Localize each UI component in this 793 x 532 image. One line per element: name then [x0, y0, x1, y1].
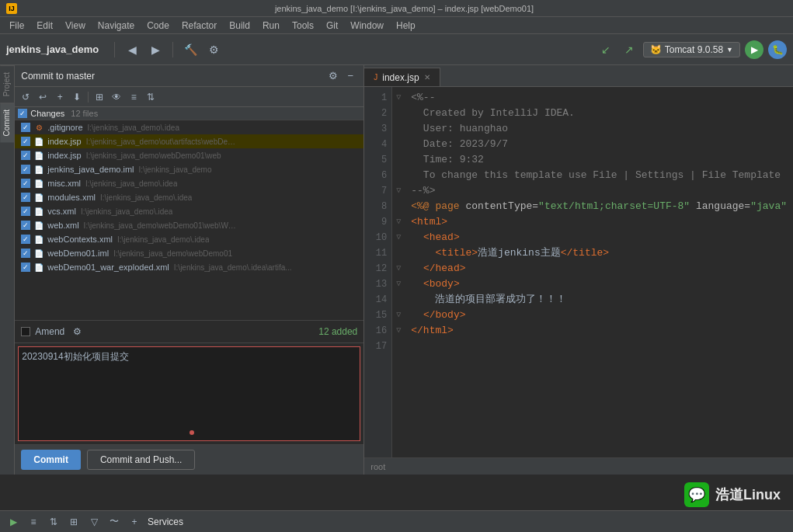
sidebar-item-commit[interactable]: Commit [0, 103, 14, 142]
debug-button[interactable]: 🐛 [768, 40, 787, 59]
panel-gear-button[interactable]: ⚙ [326, 69, 340, 83]
undo-button[interactable]: ↩ [35, 89, 50, 105]
file-checkbox-2[interactable]: ✓ [21, 151, 30, 160]
file-item-7[interactable]: ✓ 📄 web.xml I:\jenkins_java_demo\webDemo… [15, 218, 363, 232]
tab-index-jsp[interactable]: J index.jsp ✕ [364, 68, 440, 86]
add-button[interactable]: + [52, 89, 68, 105]
services-run-button[interactable]: ▶ [6, 515, 20, 529]
group-button[interactable]: ⊞ [92, 89, 107, 105]
file-checkbox-10[interactable]: ✓ [21, 263, 30, 272]
file-item-10[interactable]: ✓ 📄 webDemo01_war_exploded.xml I:\jenkin… [15, 260, 363, 274]
file-checkbox-0[interactable]: ✓ [21, 123, 30, 132]
panel-header: Commit to master ⚙ − [15, 65, 363, 87]
fold-1[interactable]: ▽ [392, 90, 405, 106]
forward-button[interactable]: ▶ [146, 40, 165, 59]
commit-button[interactable]: Commit [21, 450, 81, 470]
amend-label: Amend [35, 326, 64, 337]
menu-view[interactable]: View [59, 17, 92, 33]
menu-help[interactable]: Help [390, 17, 422, 33]
fold-15[interactable]: ▽ [392, 308, 405, 323]
commit-message-input[interactable] [18, 346, 360, 441]
refresh-button[interactable]: ↺ [18, 89, 33, 105]
fold-14 [392, 292, 405, 308]
amend-settings-button[interactable]: ⚙ [69, 324, 85, 339]
fold-16[interactable]: ▽ [392, 323, 405, 339]
file-item-4[interactable]: ✓ 📄 misc.xml I:\jenkins_java_demo\.idea [15, 176, 363, 190]
file-item-8[interactable]: ✓ 📄 webContexts.xml I:\jenkins_java_demo… [15, 232, 363, 246]
fold-6 [392, 168, 405, 183]
panel-minimize-button[interactable]: − [343, 69, 357, 83]
sidebar-item-project[interactable]: Project [0, 65, 14, 103]
file-item-5[interactable]: ✓ 📄 modules.xml I:\jenkins_java_demo\.id… [15, 190, 363, 204]
filter-button[interactable]: ⇅ [143, 89, 158, 105]
changes-checkbox[interactable]: ✓ [18, 109, 27, 118]
file-checkbox-4[interactable]: ✓ [21, 179, 30, 188]
file-item-9[interactable]: ✓ 📄 webDemo01.iml I:\jenkins_java_demo\w… [15, 246, 363, 260]
menu-bar: File Edit View Navigate Code Refactor Bu… [0, 17, 793, 34]
file-item-2[interactable]: ✓ 📄 index.jsp I:\jenkins_java_demo\webDe… [15, 148, 363, 162]
services-wave-button[interactable]: 〜 [107, 515, 121, 529]
services-list-button[interactable]: ≡ [26, 515, 40, 529]
tab-close-button[interactable]: ✕ [424, 73, 430, 82]
fold-7[interactable]: ▽ [392, 183, 405, 199]
download-button[interactable]: ⬇ [69, 89, 85, 105]
menu-window[interactable]: Window [344, 17, 390, 33]
file-path-7: I:\jenkins_java_demo\webDemo01\web\WEB-I… [84, 221, 239, 230]
code-editor[interactable]: 1 2 3 4 5 6 7 8 9 10 11 12 13 14 15 16 1… [364, 87, 793, 457]
sort-button[interactable]: ≡ [126, 89, 141, 105]
file-checkbox-6[interactable]: ✓ [21, 207, 30, 216]
watermark-text: 浩道Linux [715, 485, 781, 504]
menu-run[interactable]: Run [256, 17, 286, 33]
expand-button[interactable]: 👁 [109, 89, 124, 105]
editor-area: J index.jsp ✕ 1 2 3 4 5 6 7 8 9 10 11 12… [364, 65, 793, 475]
changes-group-header[interactable]: ✓ Changes 12 files [15, 107, 363, 120]
file-name-8: webContexts.xml [47, 235, 113, 244]
file-checkbox-9[interactable]: ✓ [21, 249, 30, 258]
fold-13[interactable]: ▽ [392, 276, 405, 292]
file-checkbox-3[interactable]: ✓ [21, 165, 30, 174]
file-checkbox-8[interactable]: ✓ [21, 235, 30, 244]
fold-12[interactable]: ▽ [392, 261, 405, 276]
main-area: Project Commit Commit to master ⚙ − ↺ ↩ … [0, 65, 793, 475]
menu-code[interactable]: Code [141, 17, 176, 33]
menu-tools[interactable]: Tools [286, 17, 320, 33]
git-update-button[interactable]: ↙ [596, 40, 615, 59]
services-arrows-button[interactable]: ⇅ [47, 515, 61, 529]
git-push-button[interactable]: ↗ [620, 40, 638, 59]
fold-10[interactable]: ▽ [392, 230, 405, 245]
back-button[interactable]: ◀ [123, 40, 141, 59]
file-item-1[interactable]: ✓ 📄 index.jsp I:\jenkins_java_demo\out\a… [15, 134, 363, 148]
services-bar: ▶ ≡ ⇅ ⊞ ▽ 〜 + Services [0, 510, 793, 532]
build-button[interactable]: 🔨 [181, 40, 200, 59]
line-num-4: 4 [364, 137, 387, 152]
file-checkbox-5[interactable]: ✓ [21, 193, 30, 202]
amend-left: Amend ⚙ [21, 324, 85, 339]
menu-refactor[interactable]: Refactor [176, 17, 223, 33]
run-config[interactable]: 🐱 Tomcat 9.0.58 ▼ [643, 42, 740, 57]
file-checkbox-7[interactable]: ✓ [21, 221, 30, 230]
file-name-10: webDemo01_war_exploded.xml [47, 263, 169, 272]
menu-edit[interactable]: Edit [30, 17, 59, 33]
line-num-1: 1 [364, 90, 387, 106]
file-checkbox-1[interactable]: ✓ [21, 137, 30, 146]
amend-checkbox[interactable] [21, 327, 30, 336]
code-line-11: <title>浩道jenkins主题</title> [411, 245, 787, 261]
fold-9[interactable]: ▽ [392, 214, 405, 230]
file-item-6[interactable]: ✓ 📄 vcs.xml I:\jenkins_java_demo\.idea [15, 204, 363, 218]
menu-git[interactable]: Git [320, 17, 344, 33]
commit-and-push-button[interactable]: Commit and Push... [87, 450, 195, 470]
run-button[interactable]: ▶ [745, 40, 763, 59]
menu-navigate[interactable]: Navigate [92, 17, 141, 33]
file-name-6: vcs.xml [47, 207, 76, 216]
menu-build[interactable]: Build [223, 17, 256, 33]
services-group-button[interactable]: ⊞ [67, 515, 81, 529]
file-item-0[interactable]: ✓ ⚙ .gitignore I:\jenkins_java_demo\.ide… [15, 120, 363, 134]
services-filter-button[interactable]: ▽ [87, 515, 101, 529]
file-name-9: webDemo01.iml [47, 249, 109, 258]
services-add-button[interactable]: + [127, 515, 141, 529]
file-item-3[interactable]: ✓ 📄 jenkins_java_demo.iml I:\jenkins_jav… [15, 162, 363, 176]
settings-button[interactable]: ⚙ [204, 40, 223, 59]
menu-file[interactable]: File [3, 17, 30, 33]
file-icon-6: 📄 [33, 206, 44, 217]
app-icon: IJ [6, 3, 17, 14]
